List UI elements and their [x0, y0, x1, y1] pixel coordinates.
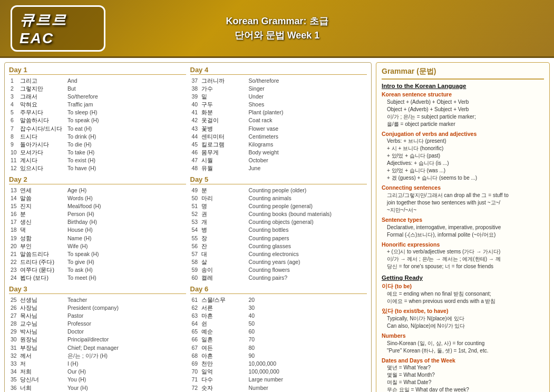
table-row: 7잡수시다/드시다To eat (H) — [9, 124, 186, 132]
table-row: 46몸무게Body weight — [190, 149, 367, 156]
getting-ready-item: Dates and Days of the Week몇년 = What Year… — [382, 357, 544, 393]
item-korean: 마흔 — [200, 311, 247, 319]
day-title: Day 2 — [9, 175, 186, 184]
item-korean: 잔 — [200, 242, 247, 250]
item-english: 60 — [247, 328, 367, 336]
table-row: 10모셔가다To take (H) — [9, 149, 186, 156]
grammar-item-title: Connecting sentences — [382, 184, 441, 191]
item-korean: 생신 — [18, 218, 66, 226]
item-num: 10 — [9, 149, 18, 156]
day-title: Day 6 — [190, 285, 367, 294]
item-num: 17 — [9, 218, 18, 226]
item-english: So/therefore — [247, 76, 367, 84]
item-num: 58 — [190, 258, 200, 266]
table-row: 58살Counting years (age) — [190, 258, 367, 266]
item-korean: 명 — [200, 202, 247, 210]
vocabulary-panel: Day 11그리고And2그렇지만But3그래서So/therefore4막혀요… — [4, 62, 372, 392]
day-title: Day 4 — [190, 66, 367, 75]
item-english: Centimeters — [247, 132, 367, 140]
item-num: 37 — [190, 76, 200, 84]
item-num: 33 — [9, 360, 18, 368]
item-korean: 드시다 — [18, 132, 66, 140]
table-row: 61스물/스무20 — [190, 296, 367, 303]
vocab-table: 61스물/스무2062서른3063마흔4064쉰5065예순6066일흔7067… — [190, 296, 367, 391]
item-english: Counting glasses — [247, 242, 367, 250]
item-english: 10,000,000 — [247, 360, 367, 368]
table-row: 45킬로그램Kilograms — [190, 140, 367, 148]
item-english: To ask (H) — [66, 266, 186, 274]
item-num: 34 — [9, 368, 18, 376]
item-korean: 말씀 — [18, 194, 66, 202]
item-num: 4 — [9, 101, 18, 109]
table-row: 17생신Birthday (H) — [9, 218, 186, 226]
item-korean: 원장님 — [18, 336, 66, 344]
item-korean: 꽃병 — [200, 124, 247, 132]
main-content: Day 11그리고And2그렇지만But3그래서So/therefore4막혀요… — [0, 58, 554, 392]
item-num: 47 — [190, 156, 200, 164]
item-num: 55 — [190, 234, 200, 242]
item-english: 30 — [247, 303, 367, 311]
day-section: Day 549분Counting people (older)50마리Count… — [190, 175, 367, 282]
item-english: Counting bottles — [247, 226, 367, 234]
item-korean: 몸무게 — [200, 149, 247, 156]
item-num: 44 — [190, 132, 200, 140]
grammar-panel: Grammar (문법) Intro to the Korean Languag… — [376, 62, 550, 392]
grammar-item: Honorific expressions+ (으)시 to verb/adje… — [382, 241, 544, 271]
table-row: 59송이Counting flowers — [190, 266, 367, 274]
item-korean: 잡수시다/드시다 — [18, 124, 66, 132]
item-num: 12 — [9, 164, 18, 172]
item-num: 51 — [190, 202, 200, 210]
item-english: To die (H) — [66, 140, 186, 148]
item-korean: 성함 — [18, 234, 66, 242]
item-korean: 대 — [200, 250, 247, 258]
item-korean: 옷걸이 — [200, 116, 247, 124]
item-korean: 당신/너 — [18, 376, 66, 384]
item-english: Counting objects (general) — [247, 218, 367, 226]
item-korean: 주무시다 — [18, 109, 66, 116]
item-english: Birthday (H) — [66, 218, 186, 226]
table-row: 6말씀하시다To speak (H) — [9, 116, 186, 124]
item-english: To sleep (H) — [66, 109, 186, 116]
table-row: 47시월October — [190, 156, 367, 164]
item-korean: 분 — [200, 186, 247, 194]
item-korean: 서른 — [200, 303, 247, 311]
day-section: Day 325선생님Teacher26사장님President (company… — [9, 285, 186, 391]
table-row: 30원장님Principal/director — [9, 336, 186, 344]
header-title: Korean Grammar: 초급 단어와 문법 Week 1 — [226, 14, 328, 43]
item-korean: 장 — [200, 234, 247, 242]
item-english: Large number — [247, 376, 367, 384]
grammar-item: Korean sentence structureSubject + (Adve… — [382, 91, 544, 128]
item-korean: 댁 — [18, 226, 66, 234]
item-korean: 박사님 — [18, 328, 66, 336]
item-korean: 가수 — [200, 84, 247, 92]
item-num: 39 — [190, 92, 200, 100]
table-row: 12있으시다To have (H) — [9, 164, 186, 172]
item-korean: 사장님 — [18, 303, 66, 311]
item-num: 30 — [9, 336, 18, 344]
table-row: 65예순60 — [190, 328, 367, 336]
getting-ready-item: 이다 (to be)예요 = ending when no final 받침 c… — [382, 282, 544, 305]
table-row: 5주무시다To sleep (H) — [9, 109, 186, 116]
item-english: Counting animals — [247, 194, 367, 202]
table-row: 24뵙다 (보다)To meet (H) — [9, 274, 186, 282]
table-row: 70일억100,000,000 — [190, 368, 367, 376]
item-korean: 일흔 — [200, 336, 247, 344]
item-english: Teacher — [66, 296, 186, 303]
item-english: To have (H) — [66, 164, 186, 172]
item-english: 100,000,000 — [247, 368, 367, 376]
table-row: 50마리Counting animals — [190, 194, 367, 202]
item-english: Our (H) — [66, 368, 186, 376]
table-row: 53개Counting objects (general) — [190, 218, 367, 226]
item-num: 53 — [190, 218, 200, 226]
table-row: 33저I (H) — [9, 360, 186, 368]
grammar-header: Grammar (문법) — [382, 67, 544, 80]
item-korean: 그렇지만 — [18, 84, 66, 92]
item-num: 22 — [9, 258, 18, 266]
item-num: 68 — [190, 351, 200, 359]
days-left-col: Day 11그리고And2그렇지만But3그래서So/therefore4막혀요… — [9, 66, 186, 392]
item-num: 72 — [190, 384, 200, 391]
item-num: 5 — [9, 109, 18, 116]
item-korean: 저희 — [18, 368, 66, 376]
item-english: To give (H) — [66, 258, 186, 266]
item-num: 1 — [9, 76, 18, 84]
